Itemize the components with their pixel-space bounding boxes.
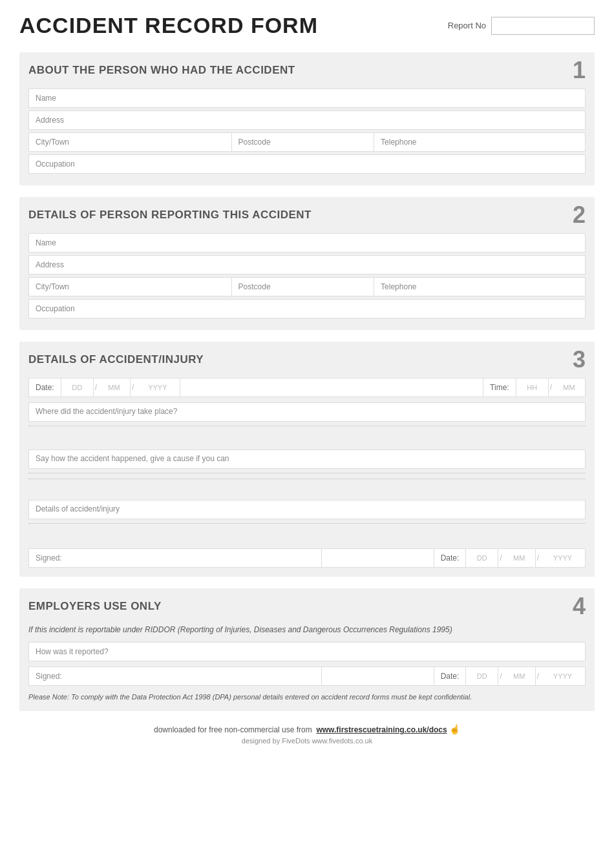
section2-telephone-field[interactable]: Telephone [374,277,586,296]
time-slash: / [549,378,553,397]
section2-name-field[interactable]: Name [28,233,586,253]
section1-address-field[interactable]: Address [28,110,586,130]
section1-postcode-field[interactable]: Postcode [232,132,375,152]
signed-yyyy[interactable]: YYYY [540,548,586,568]
section1-name-row: Name [28,88,586,108]
section4-slash1: / [498,666,503,686]
date-time-row: Date: DD / MM / YYYY Time: HH / MM [28,378,586,397]
section3-title: DETAILS OF ACCIDENT/INJURY [28,353,204,366]
section1-city-row: City/Town Postcode Telephone [28,132,586,152]
section2-city-row: City/Town Postcode Telephone [28,277,586,296]
signed-slash1: / [498,548,503,568]
section1-header: ABOUT THE PERSON WHO HAD THE ACCIDENT 1 [28,59,586,82]
section1: ABOUT THE PERSON WHO HAD THE ACCIDENT 1 … [19,52,595,185]
section1-occupation-field[interactable]: Occupation [28,154,586,174]
footer: downloaded for free non-commercial use f… [19,724,595,745]
footer-text-span: downloaded for free non-commercial use f… [154,725,312,734]
section2-address-field[interactable]: Address [28,255,586,274]
date-spacer [180,378,483,397]
date-slash1: / [94,378,98,397]
section2: DETAILS OF PERSON REPORTING THIS ACCIDEN… [19,197,595,330]
cause-input-space[interactable] [28,482,586,496]
signed-dd[interactable]: DD [466,548,498,568]
section2-number: 2 [573,203,586,227]
section4-yyyy[interactable]: YYYY [540,666,586,686]
section4-title: EMPLOYERS USE ONLY [28,600,162,613]
dotted-line1 [28,426,586,426]
signed-input[interactable] [322,548,434,568]
section4-italic: If this incident is reportable under RID… [28,625,586,636]
report-no-container: Report No [448,17,595,35]
section2-title: DETAILS OF PERSON REPORTING THIS ACCIDEN… [28,209,312,222]
time-hh[interactable]: HH [516,378,549,397]
dotted-line2 [28,473,586,473]
time-mm[interactable]: MM [553,378,586,397]
where-input-space[interactable] [28,431,586,446]
section1-occupation-row: Occupation [28,154,586,174]
form-title: ACCIDENT RECORD FORM [19,13,318,38]
section1-address-row: Address [28,110,586,130]
page-header: ACCIDENT RECORD FORM Report No [19,13,595,41]
dotted-line4 [28,523,586,524]
section2-postcode-field[interactable]: Postcode [232,277,375,296]
section2-name-row: Name [28,233,586,253]
section2-occupation-field[interactable]: Occupation [28,299,586,318]
section3-header: DETAILS OF ACCIDENT/INJURY 3 [28,348,586,371]
section4-note: Please Note: To comply with the Data Pro… [28,692,586,702]
dotted-line3 [28,479,586,479]
section2-occupation-row: Occupation [28,299,586,318]
date-dd[interactable]: DD [61,378,94,397]
section1-number: 1 [573,59,586,82]
time-label: Time: [483,378,516,397]
section4-date-label: Date: [434,666,467,686]
footer-link[interactable]: www.firstrescuetraining.co.uk/docs [316,725,447,734]
section1-city-field[interactable]: City/Town [28,132,232,152]
section4-signed-row: Signed: Date: DD / MM / YYYY [28,666,586,686]
section2-address-row: Address [28,255,586,274]
signed-row: Signed: Date: DD / MM / YYYY [28,548,586,568]
date-label: Date: [28,378,61,397]
section4-signed-input[interactable] [322,666,434,686]
section4-slash2: / [536,666,540,686]
section4-signed-field[interactable]: Signed: [28,666,322,686]
footer-text: downloaded for free non-commercial use f… [19,724,595,734]
date-slash2: / [131,378,135,397]
section4-header: EMPLOYERS USE ONLY 4 [28,595,586,618]
hand-icon: ☝ [449,724,460,734]
how-reported-row: How was it reported? [28,642,586,661]
section3-number: 3 [573,348,586,371]
date-yyyy[interactable]: YYYY [135,378,180,397]
section4-number: 4 [573,595,586,618]
section2-city-field[interactable]: City/Town [28,277,232,296]
signed-slash2: / [536,548,540,568]
signed-field[interactable]: Signed: [28,548,322,568]
signed-date-label: Date: [434,548,467,568]
section4-dd[interactable]: DD [466,666,498,686]
report-no-label: Report No [448,21,486,30]
section1-telephone-field[interactable]: Telephone [374,132,586,152]
footer-sub: designed by FiveDots www.fivedots.co.uk [19,737,595,745]
section3: DETAILS OF ACCIDENT/INJURY 3 Date: DD / … [19,342,595,577]
section4: EMPLOYERS USE ONLY 4 If this incident is… [19,588,595,711]
section4-mm[interactable]: MM [503,666,536,686]
section1-title: ABOUT THE PERSON WHO HAD THE ACCIDENT [28,64,295,77]
how-reported-field[interactable]: How was it reported? [28,642,586,661]
section1-name-field[interactable]: Name [28,88,586,108]
signed-mm[interactable]: MM [503,548,536,568]
date-mm[interactable]: MM [98,378,131,397]
where-label: Where did the accident/injury take place… [28,402,586,422]
details-input-space[interactable] [28,529,586,543]
cause-label: Say how the accident happened, give a ca… [28,450,586,469]
section2-header: DETAILS OF PERSON REPORTING THIS ACCIDEN… [28,203,586,227]
report-no-input[interactable] [491,17,595,35]
details-label: Details of accident/injury [28,500,586,519]
